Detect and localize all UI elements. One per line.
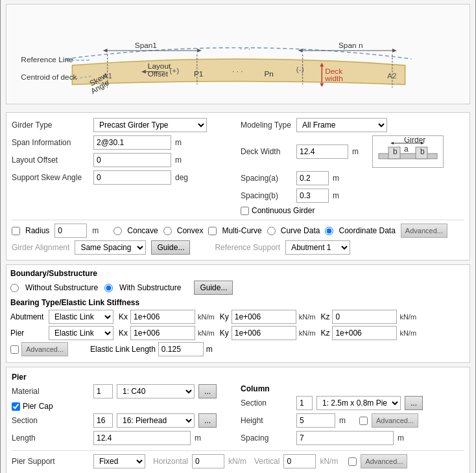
span-info-input[interactable]: 2@30.1	[93, 135, 171, 150]
abutment-select[interactable]: Abutment 1	[285, 240, 350, 255]
without-sub-label: Without Substructure	[25, 283, 98, 292]
elastic-link-length-input[interactable]: 0.125	[158, 342, 204, 356]
material-select[interactable]: 1: C40	[117, 384, 195, 398]
col-section-input[interactable]: 1	[296, 396, 313, 410]
spacing-b-unit: m	[333, 191, 349, 200]
abutment-bearing-label: Abutment	[10, 312, 46, 321]
spacing-a-row: Spacing(a) 0.2 m	[241, 171, 464, 185]
length-row: Length 12.4 m	[12, 431, 235, 445]
pier-cap-row: Pier Cap	[12, 402, 235, 411]
kx-label1: Kx	[119, 312, 128, 321]
modeling-type-select[interactable]: All Frame	[296, 118, 387, 132]
main-content: Girder Type Precast Girder Type Span Inf…	[1, 110, 475, 473]
advanced-check[interactable]	[10, 345, 19, 354]
top-form-cols: Girder Type Precast Girder Type Span Inf…	[12, 118, 464, 218]
kn-m-label2: kN/m	[299, 313, 316, 321]
radius-label: Radius	[25, 226, 49, 235]
svg-text:Reference Line: Reference Line	[21, 55, 73, 64]
deck-width-row: Deck Width 12.4 m b b a	[241, 135, 464, 168]
pier-support-advanced-button[interactable]: Advanced...	[361, 454, 407, 468]
curve-data-radio[interactable]	[267, 227, 276, 235]
material-input[interactable]: 1	[93, 384, 113, 398]
pier-section-select[interactable]: 16: Pierhead	[117, 413, 195, 428]
pier-bearing-row: Pier Elastic Link Kx 1e+006 kN/m Ky 1e+0…	[10, 326, 466, 340]
length-unit: m	[195, 433, 211, 443]
material-dots-button[interactable]: ...	[198, 384, 217, 398]
convex-radio[interactable]	[163, 227, 172, 235]
svg-text:Span n: Span n	[339, 41, 363, 50]
bridge-diagram: Span1 Span n · · · Reference Line Centro…	[6, 4, 470, 104]
guide1-button[interactable]: Guide...	[151, 240, 190, 255]
pier-cap-check[interactable]	[12, 402, 20, 411]
col-advanced-button[interactable]: Advanced...	[372, 413, 418, 428]
length-input[interactable]: 12.4	[93, 431, 191, 445]
abutment-kz-input[interactable]: 0	[332, 310, 397, 324]
multi-curve-check[interactable]	[208, 227, 217, 235]
pier-ky-input[interactable]: 1e+006	[232, 326, 296, 340]
spacing-b-input[interactable]: 0.3	[296, 189, 329, 203]
abutment-bearing-select[interactable]: Elastic Link	[49, 310, 113, 324]
modeling-type-row: Modeling Type All Frame	[241, 118, 464, 132]
pier-section-input[interactable]: 16	[93, 413, 113, 428]
col-section-select[interactable]: 1: 2.5m x 0.8m Pier	[316, 396, 401, 410]
girder-type-row: Girder Type Precast Girder Type	[12, 118, 235, 132]
pier-section-row: Section 16 16: Pierhead ...	[12, 413, 235, 428]
col-spacing-label: Spacing	[241, 433, 292, 443]
svg-text:· · ·: · · ·	[240, 44, 250, 53]
pier-kz-input[interactable]: 1e+006	[332, 326, 397, 340]
svg-text:Span1: Span1	[135, 41, 157, 50]
kn-m-label4: kN/m	[198, 329, 215, 337]
col-height-input[interactable]: 5	[296, 413, 335, 428]
boundary-section: Boundary/Substructure Without Substructu…	[6, 264, 470, 363]
pier-support-select[interactable]: Fixed	[93, 454, 145, 468]
svg-text:a: a	[404, 144, 409, 154]
same-spacing-select[interactable]: Same Spacing	[75, 240, 146, 255]
col-section-dots-button[interactable]: ...	[405, 396, 423, 410]
length-label: Length	[12, 433, 89, 443]
without-sub-radio[interactable]	[10, 284, 19, 292]
spacing-a-input[interactable]: 0.2	[296, 171, 329, 185]
vertical-input[interactable]: 0	[283, 454, 316, 468]
abutment-ky-input[interactable]: 1e+006	[232, 310, 296, 324]
ky-label1: Ky	[220, 312, 229, 321]
svg-text:(-): (-)	[296, 65, 304, 74]
deck-width-input[interactable]: 12.4	[296, 144, 348, 159]
girder-type-select[interactable]: Precast Girder Type	[93, 118, 207, 132]
pier-support-advanced-check[interactable]	[348, 457, 357, 466]
horizontal-label: Horizontal	[153, 457, 188, 466]
coordinate-data-label: Coordinate Data	[339, 226, 395, 235]
svg-text:P1: P1	[194, 69, 203, 78]
col-section-row: Section 1 1: 2.5m x 0.8m Pier ...	[241, 396, 464, 410]
layout-offset-input[interactable]: 0	[93, 153, 171, 167]
svg-text:(+): (+)	[169, 66, 179, 75]
horizontal-input[interactable]: 0	[192, 454, 224, 468]
radius-check[interactable]	[12, 227, 20, 235]
boundary-title: Boundary/Substructure	[10, 269, 466, 278]
guide2-button[interactable]: Guide...	[194, 281, 233, 295]
advanced-curve-button[interactable]: Advanced...	[401, 224, 447, 238]
concave-radio[interactable]	[113, 227, 122, 235]
girder-diagram: b b a Girder	[372, 135, 444, 168]
advanced-bearing-button[interactable]: Advanced...	[21, 342, 68, 356]
with-sub-radio[interactable]	[104, 284, 113, 292]
vertical-unit: kN/m	[320, 457, 338, 466]
left-col: Girder Type Precast Girder Type Span Inf…	[12, 118, 235, 218]
pier-bearing-select[interactable]: Elastic Link	[49, 326, 113, 340]
col-advanced-check[interactable]	[359, 417, 368, 425]
kn-m-label6: kN/m	[399, 329, 416, 337]
concave-label: Concave	[127, 226, 158, 235]
svg-text:A1: A1	[103, 71, 112, 80]
col-spacing-input[interactable]: 7	[296, 431, 394, 445]
svg-text:· · ·: · · ·	[232, 67, 243, 76]
radius-input[interactable]: 0	[54, 224, 87, 238]
section-dots-button[interactable]: ...	[198, 413, 217, 428]
spacing-a-unit: m	[333, 174, 349, 183]
pier-kx-input[interactable]: 1e+006	[130, 326, 195, 340]
skew-angle-unit: deg	[175, 173, 191, 182]
kn-m-label3: kN/m	[399, 313, 416, 321]
coordinate-data-radio[interactable]	[325, 227, 333, 235]
skew-angle-input[interactable]: 0	[93, 170, 171, 185]
layout-offset-unit: m	[175, 156, 191, 165]
abutment-kx-input[interactable]: 1e+006	[130, 310, 195, 324]
continuous-girder-check[interactable]	[241, 207, 249, 215]
